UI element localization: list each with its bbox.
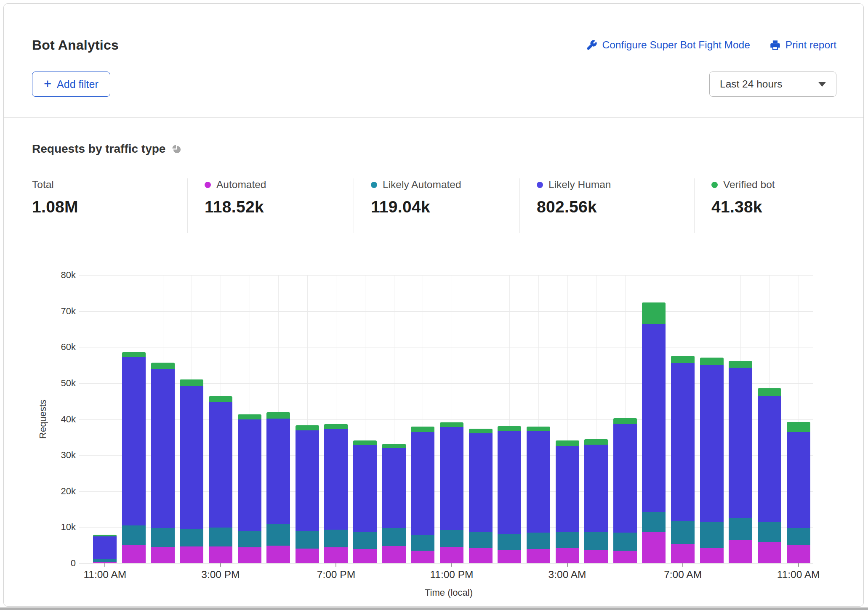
- stat-value: 119.04k: [371, 198, 519, 216]
- h-gridline: [79, 275, 813, 276]
- bar-segment-likely-automated: [324, 530, 348, 547]
- configure-super-bot-fight-mode-link[interactable]: Configure Super Bot Fight Mode: [586, 39, 750, 51]
- bar-segment-likely-human: [324, 429, 348, 530]
- bar-segment-automated: [209, 546, 232, 563]
- chart-bar[interactable]: [296, 425, 319, 563]
- stat-value: 41.38k: [711, 198, 836, 216]
- bar-segment-verified-bot: [411, 427, 434, 432]
- x-tick-mark: [220, 563, 221, 567]
- bar-segment-likely-automated: [671, 521, 695, 544]
- chart-bar[interactable]: [266, 412, 290, 563]
- stat-likely-human: Likely Human 802.56k: [519, 178, 694, 233]
- x-tick-label: 11:00 PM: [430, 569, 473, 581]
- bar-segment-automated: [122, 545, 146, 564]
- chart-bar[interactable]: [527, 427, 550, 563]
- chart-bar[interactable]: [93, 535, 117, 563]
- chart-bar[interactable]: [440, 422, 463, 563]
- y-axis-labels: 80k70k60k50k40k30k20k10k0: [32, 275, 76, 563]
- chart-bar[interactable]: [209, 396, 232, 563]
- bar-segment-likely-automated: [556, 532, 579, 548]
- bar-slot: [206, 275, 235, 563]
- bar-segment-likely-human: [411, 432, 434, 536]
- bar-slot: [148, 275, 177, 563]
- chart-bar[interactable]: [382, 444, 406, 563]
- bar-segment-automated: [266, 546, 290, 563]
- chart-bar[interactable]: [642, 302, 666, 563]
- bar-segment-verified-bot: [671, 356, 695, 363]
- chart-bar[interactable]: [700, 358, 724, 563]
- chart-bar[interactable]: [324, 424, 348, 563]
- chart-bar[interactable]: [411, 427, 434, 563]
- bar-slot: [611, 275, 640, 563]
- bar-segment-automated: [151, 547, 175, 563]
- traffic-type-stats: Total 1.08M Automated 118.52k Likely Aut…: [32, 178, 836, 233]
- bot-analytics-card: Bot Analytics Configure Super Bot Fight …: [3, 3, 864, 607]
- chart-bar[interactable]: [671, 356, 695, 563]
- chart-bar[interactable]: [498, 426, 521, 563]
- bar-segment-verified-bot: [584, 439, 608, 445]
- bar-segment-likely-automated: [296, 531, 319, 549]
- print-report-link[interactable]: Print report: [769, 39, 836, 51]
- add-filter-button[interactable]: + Add filter: [32, 72, 110, 97]
- x-tick-mark: [104, 563, 105, 567]
- bar-segment-likely-automated: [151, 528, 175, 547]
- bar-segment-verified-bot: [180, 379, 203, 386]
- y-tick-label: 70k: [61, 306, 76, 317]
- chart-bar[interactable]: [758, 388, 781, 563]
- bar-segment-automated: [296, 549, 319, 563]
- bar-segment-verified-bot: [122, 352, 146, 357]
- verified-bot-dot-icon: [711, 182, 718, 188]
- bar-segment-likely-automated: [209, 528, 232, 546]
- stat-likely-automated: Likely Automated 119.04k: [354, 178, 519, 233]
- chart-bar[interactable]: [729, 361, 752, 563]
- chart-bar[interactable]: [122, 352, 146, 563]
- chart-bar[interactable]: [151, 363, 175, 563]
- configure-link-label: Configure Super Bot Fight Mode: [602, 39, 750, 51]
- x-tick-label: 7:00 PM: [317, 569, 355, 581]
- bar-segment-verified-bot: [729, 361, 752, 368]
- bar-segment-likely-human: [671, 363, 695, 521]
- bar-segment-verified-bot: [758, 388, 781, 396]
- automated-dot-icon: [205, 182, 211, 188]
- bar-segment-verified-bot: [556, 440, 579, 446]
- chart-bar[interactable]: [469, 429, 493, 563]
- requests-chart: Requests 80k70k60k50k40k30k20k10k0 11:00…: [32, 246, 836, 607]
- bar-segment-automated: [787, 545, 810, 564]
- bar-segment-automated: [642, 532, 666, 564]
- bar-segment-verified-bot: [151, 363, 175, 369]
- bar-slot: [264, 275, 293, 563]
- chart-bar[interactable]: [584, 439, 608, 563]
- page-title: Bot Analytics: [32, 37, 119, 53]
- chart-bar[interactable]: [556, 440, 579, 563]
- card-header: Bot Analytics Configure Super Bot Fight …: [4, 4, 863, 117]
- bar-segment-likely-automated: [411, 535, 434, 551]
- stat-total: Total 1.08M: [32, 178, 187, 233]
- chart-bar[interactable]: [787, 422, 810, 563]
- section-title: Requests by traffic type: [32, 142, 165, 156]
- bar-segment-verified-bot: [440, 422, 463, 427]
- bar-segment-likely-human: [787, 432, 810, 528]
- plus-icon: +: [44, 77, 51, 90]
- bar-segment-likely-human: [642, 324, 666, 512]
- bar-segment-automated: [700, 548, 724, 563]
- y-tick-label: 40k: [61, 414, 76, 425]
- time-range-dropdown[interactable]: Last 24 hours: [709, 72, 836, 97]
- bar-segment-likely-automated: [266, 524, 290, 546]
- bar-segment-likely-automated: [584, 532, 608, 550]
- chart-bar[interactable]: [613, 418, 637, 563]
- x-tick-label: 11:00 AM: [777, 569, 820, 581]
- chart-bar[interactable]: [238, 414, 261, 563]
- bar-slot: [120, 275, 149, 563]
- chart-bar[interactable]: [353, 440, 377, 563]
- plot-area: [85, 275, 813, 563]
- x-axis-labels: 11:00 AM3:00 PM7:00 PM11:00 PM3:00 AM7:0…: [85, 563, 813, 582]
- bar-segment-likely-automated: [642, 512, 666, 532]
- printer-icon: [769, 40, 781, 51]
- bar-segment-verified-bot: [642, 302, 666, 324]
- x-tick-mark: [335, 563, 336, 567]
- x-tick-label: 11:00 AM: [83, 569, 126, 581]
- bar-segment-likely-automated: [758, 522, 781, 542]
- bar-segment-automated: [671, 544, 695, 563]
- chart-bar[interactable]: [180, 379, 203, 563]
- bar-segment-likely-automated: [700, 522, 724, 548]
